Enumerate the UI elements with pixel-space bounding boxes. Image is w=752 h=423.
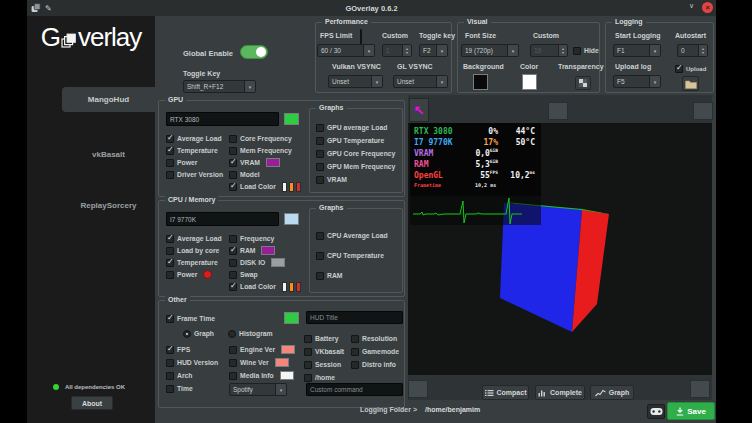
gpu-check-mem-frequency[interactable]: Mem Frequency bbox=[229, 146, 301, 155]
fps-custom-spinner[interactable]: 1 ▴▾ bbox=[382, 44, 412, 57]
start-logging-dropdown[interactable]: F1 ▾ bbox=[613, 44, 661, 57]
radio-graph[interactable]: Graph bbox=[183, 329, 214, 338]
media-info-color-swatch[interactable] bbox=[280, 371, 294, 380]
cpu-check-average-load[interactable]: Average Load bbox=[166, 234, 222, 243]
cpu-check-ram[interactable]: RAM bbox=[229, 246, 301, 255]
frame-time-color-swatch[interactable] bbox=[284, 312, 299, 324]
other-checks-col1: FPS HUD Version Arch Time bbox=[166, 345, 218, 393]
sidebar-item-replaysorcery[interactable]: ReplaySorcery bbox=[62, 193, 155, 218]
gamepad-button[interactable] bbox=[647, 404, 665, 419]
font-custom-spinner[interactable]: 19 ▴▾ bbox=[530, 44, 568, 57]
distro-info-checkbox[interactable]: Distro info bbox=[351, 360, 399, 369]
home-checkbox[interactable]: /home bbox=[304, 373, 344, 382]
hud-version-checkbox[interactable]: HUD Version bbox=[166, 358, 218, 367]
about-button[interactable]: About bbox=[71, 396, 113, 410]
gpu-graph-core-frequency[interactable]: GPU Core Frequency bbox=[316, 149, 395, 158]
cpu-power-color-swatch[interactable] bbox=[203, 270, 212, 279]
gpu-check-temperature[interactable]: Temperature bbox=[166, 146, 223, 155]
hud-position-top-right-button[interactable] bbox=[693, 102, 713, 120]
global-enable-toggle[interactable] bbox=[240, 45, 268, 59]
upload-log-dropdown[interactable]: F5 ▾ bbox=[613, 75, 661, 88]
graph-mode-button[interactable]: Graph bbox=[590, 385, 634, 400]
transparency-button[interactable] bbox=[575, 76, 591, 90]
autostart-spinner[interactable]: 0 ▴▾ bbox=[677, 44, 708, 57]
sidebar-item-vkbasalt[interactable]: vkBasalt bbox=[62, 142, 155, 167]
font-size-dropdown[interactable]: 19 (720p) ▾ bbox=[461, 44, 519, 57]
cpu-check-load-color[interactable]: Load Color bbox=[229, 282, 301, 291]
engine-ver-color-swatch[interactable] bbox=[281, 345, 295, 354]
resolution-checkbox[interactable]: Resolution bbox=[351, 334, 399, 343]
gpu-graph-mem-frequency[interactable]: GPU Mem Frequency bbox=[316, 162, 395, 171]
custom-command-input[interactable] bbox=[306, 383, 403, 396]
hud-title-input[interactable] bbox=[306, 311, 403, 324]
ram-color-swatch[interactable] bbox=[261, 246, 275, 255]
toggle-key-dropdown[interactable]: Shift_R+F12 ▾ bbox=[183, 80, 256, 93]
other-checks-col3: Battery VKbasalt Session /home bbox=[304, 334, 344, 382]
logging-folder-path[interactable]: /home/benjamim bbox=[425, 406, 480, 413]
gpu-load-color-swatches[interactable] bbox=[282, 182, 301, 192]
cpu-check-frequency[interactable]: Frequency bbox=[229, 234, 301, 243]
cpu-name-input[interactable] bbox=[166, 212, 279, 226]
cpu-check-load-by-core[interactable]: Load by core bbox=[166, 246, 222, 255]
cpu-check-power[interactable]: Power bbox=[166, 270, 222, 279]
fps-toggle-key-dropdown[interactable]: F2 ▾ bbox=[419, 44, 448, 57]
cpu-check-swap[interactable]: Swap bbox=[229, 270, 301, 279]
gpu-check-load-color[interactable]: Load Color bbox=[229, 182, 301, 191]
session-checkbox[interactable]: Session bbox=[304, 360, 344, 369]
vulkan-vsync-dropdown[interactable]: Unset ▾ bbox=[328, 75, 383, 88]
cpu-graph-average-load[interactable]: CPU Average Load bbox=[316, 231, 388, 240]
radio-histogram[interactable]: Histogram bbox=[228, 329, 273, 338]
disk-io-color-swatch[interactable] bbox=[271, 258, 285, 267]
chevron-down-icon[interactable]: ∨ bbox=[689, 2, 694, 10]
wine-ver-checkbox[interactable]: Wine Ver bbox=[229, 358, 295, 367]
save-button[interactable]: Save bbox=[667, 402, 715, 420]
gpu-color-swatch[interactable] bbox=[284, 113, 299, 125]
cpu-check-temperature[interactable]: Temperature bbox=[166, 258, 222, 267]
time-checkbox[interactable]: Time bbox=[166, 384, 218, 393]
complete-mode-button[interactable]: Complete bbox=[535, 385, 585, 400]
media-source-dropdown[interactable]: Spotify ▾ bbox=[229, 383, 287, 396]
upload-checkbox[interactable]: Upload bbox=[675, 64, 706, 73]
gpu-check-vram[interactable]: VRAM bbox=[229, 158, 301, 167]
battery-checkbox[interactable]: Battery bbox=[304, 334, 344, 343]
frame-time-checkbox[interactable]: Frame Time bbox=[166, 314, 215, 323]
engine-ver-checkbox[interactable]: Engine Ver bbox=[229, 345, 295, 354]
gpu-check-model[interactable]: Model bbox=[229, 170, 301, 179]
gpu-graph-average-load[interactable]: GPU average Load bbox=[316, 123, 395, 132]
media-info-checkbox[interactable]: Media Info bbox=[229, 371, 295, 380]
upload-folder-button[interactable] bbox=[682, 76, 699, 91]
gl-vsync-dropdown[interactable]: Unset ▾ bbox=[393, 75, 448, 88]
hud-position-bottom-left-button[interactable] bbox=[408, 380, 428, 398]
sidebar-item-mangohud[interactable]: MangoHud bbox=[62, 87, 155, 112]
cpu-color-swatch[interactable] bbox=[284, 213, 299, 225]
gpu-check-driver-version[interactable]: Driver Version bbox=[166, 170, 223, 179]
fps-limit-dropdown[interactable]: 60 / 30 ▾ bbox=[317, 44, 375, 57]
gpu-graph-vram[interactable]: VRAM bbox=[316, 175, 395, 184]
gpu-check-power[interactable]: Power bbox=[166, 158, 223, 167]
vram-color-swatch[interactable] bbox=[266, 158, 280, 167]
chevron-down-icon: ▾ bbox=[649, 76, 660, 87]
cpu-check-disk-io[interactable]: DISK IO bbox=[229, 258, 301, 267]
hide-checkbox[interactable]: Hide bbox=[573, 46, 599, 55]
close-button[interactable]: × bbox=[702, 2, 713, 13]
compact-mode-button[interactable]: Compact bbox=[482, 385, 529, 400]
cpu-graph-ram[interactable]: RAM bbox=[316, 271, 388, 280]
hud-position-bottom-right-button[interactable] bbox=[690, 380, 710, 398]
hud-position-top-center-button[interactable] bbox=[548, 102, 568, 120]
gpu-check-average-load[interactable]: Average Load bbox=[166, 134, 223, 143]
fps-checkbox[interactable]: FPS bbox=[166, 345, 218, 354]
wine-ver-color-swatch[interactable] bbox=[275, 358, 289, 367]
logging-folder-label: Logging Folder > bbox=[360, 406, 417, 413]
vkbasalt-checkbox[interactable]: VKbasalt bbox=[304, 347, 344, 356]
arch-checkbox[interactable]: Arch bbox=[166, 371, 218, 380]
background-color-swatch[interactable] bbox=[473, 74, 488, 90]
cpu-load-color-swatches[interactable] bbox=[282, 282, 301, 292]
hud-row-frametime: Frametime 10,2 ms bbox=[414, 181, 537, 189]
text-color-swatch[interactable] bbox=[522, 74, 537, 90]
gpu-check-core-frequency[interactable]: Core Frequency bbox=[229, 134, 301, 143]
gamemode-checkbox[interactable]: Gamemode bbox=[351, 347, 399, 356]
cpu-graph-temperature[interactable]: CPU Temperature bbox=[316, 251, 388, 260]
gpu-graph-temperature[interactable]: GPU Temperature bbox=[316, 136, 395, 145]
hud-position-top-left-button[interactable]: ↖ bbox=[409, 98, 429, 122]
gpu-name-input[interactable] bbox=[166, 112, 279, 126]
